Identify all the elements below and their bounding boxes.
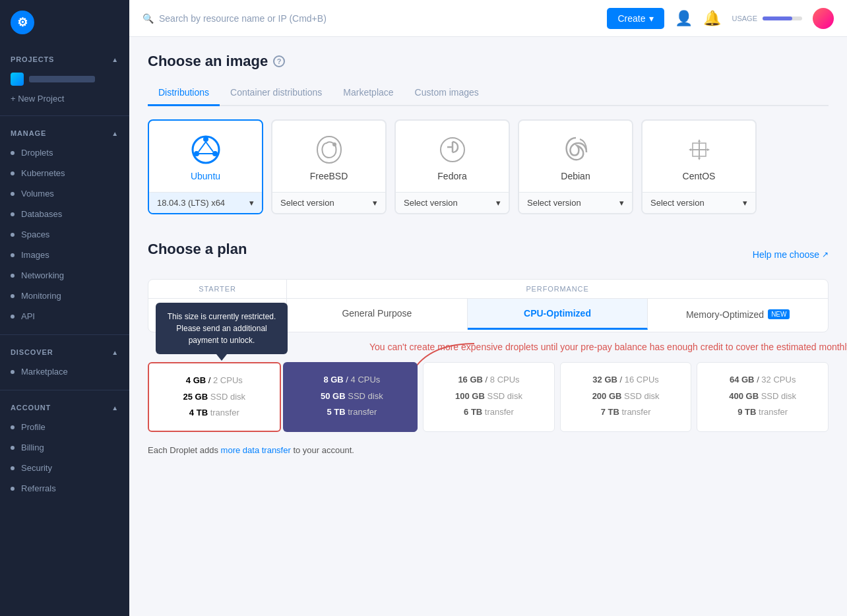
sidebar-item-networking[interactable]: Networking — [0, 265, 129, 286]
cpu-optimized-tab[interactable]: CPU-Optimized — [468, 299, 648, 330]
card2-transfer-label: transfer — [348, 407, 377, 417]
project-row[interactable] — [0, 69, 129, 90]
pricing-card-3[interactable]: 16 GB / 8 CPUs 100 GB SSD disk 6 TB tran… — [423, 362, 555, 432]
databases-dot-icon — [11, 212, 15, 216]
svg-point-2 — [194, 151, 199, 156]
ubuntu-version-area[interactable]: 18.04.3 (LTS) x64 ▾ — [149, 192, 262, 213]
card3-cpu: 8 CPUs — [490, 375, 520, 385]
notification-icon[interactable]: 🔔 — [703, 10, 721, 27]
memory-optimized-label: Memory-Optimized — [686, 309, 764, 320]
search-icon: 🔍 — [142, 13, 154, 24]
pricing-card-2[interactable]: 8 GB / 4 CPUs 50 GB SSD disk 5 TB transf… — [286, 362, 418, 432]
manage-chevron-icon: ▲ — [111, 130, 119, 137]
card4-disk-type: SSD disk — [624, 391, 659, 401]
image-card-ubuntu-top: Ubuntu — [149, 121, 262, 192]
sidebar-item-label: Security — [21, 463, 52, 473]
pricing-card-4[interactable]: 32 GB / 16 CPUs 200 GB SSD disk 7 TB tra… — [560, 362, 692, 432]
warning-message: You can't create more expensive droplets… — [280, 340, 847, 354]
choose-image-help-icon[interactable]: ? — [273, 55, 285, 67]
card1-disk-type: SSD disk — [210, 392, 245, 402]
image-card-ubuntu[interactable]: Ubuntu 18.04.3 (LTS) x64 ▾ — [148, 119, 263, 214]
debian-version-area[interactable]: Select version ▾ — [519, 192, 632, 213]
image-card-debian[interactable]: Debian Select version ▾ — [518, 119, 633, 214]
card5-transfer-label: transfer — [759, 407, 788, 417]
project-icon — [11, 73, 24, 86]
image-card-centos[interactable]: CentOS Select version ▾ — [641, 119, 757, 214]
image-card-freebsd[interactable]: FreeBSD Select version ▾ — [271, 119, 387, 214]
spaces-dot-icon — [11, 233, 15, 237]
memory-optimized-tab[interactable]: Memory-Optimized NEW — [648, 299, 828, 330]
discover-label: DISCOVER — [11, 348, 53, 356]
card2-disk: 50 GB — [321, 391, 346, 401]
card4-transfer: 7 TB — [601, 407, 619, 417]
manage-section-header: MANAGE ▲ — [0, 124, 129, 142]
image-card-fedora[interactable]: Fedora Select version ▾ — [394, 119, 510, 214]
centos-name: CentOS — [683, 171, 716, 181]
new-project-button[interactable]: + New Project — [0, 90, 129, 108]
freebsd-version-area[interactable]: Select version ▾ — [272, 192, 385, 213]
help-me-choose-link[interactable]: Help me choose ↗ — [753, 249, 829, 260]
sidebar-item-label: Referrals — [21, 483, 56, 493]
pricing-card-5[interactable]: 64 GB / 32 CPUs 400 GB SSD disk 9 TB tra… — [697, 362, 829, 432]
sidebar-item-api[interactable]: API — [0, 306, 129, 326]
tab-marketplace[interactable]: Marketplace — [332, 80, 404, 106]
search-placeholder[interactable]: Search by resource name or IP (Cmd+B) — [159, 13, 327, 24]
sidebar-item-billing[interactable]: Billing — [0, 437, 129, 458]
sidebar-item-kubernetes[interactable]: Kubernetes — [0, 163, 129, 183]
api-dot-icon — [11, 315, 15, 319]
sidebar-item-databases[interactable]: Databases — [0, 204, 129, 224]
sidebar-item-security[interactable]: Security — [0, 458, 129, 478]
centos-chevron-icon: ▾ — [743, 198, 747, 208]
avatar[interactable] — [813, 8, 834, 29]
tab-distributions[interactable]: Distributions — [148, 80, 220, 106]
create-label: Create — [617, 13, 645, 24]
data-transfer-link[interactable]: more data transfer — [221, 445, 291, 455]
svg-rect-9 — [693, 143, 699, 150]
card3-disk: 100 GB — [455, 391, 485, 401]
sidebar-item-label: Volumes — [21, 189, 54, 199]
sidebar-item-label: Networking — [21, 270, 64, 280]
card3-transfer: 6 TB — [464, 407, 482, 417]
marketplace-dot-icon — [11, 370, 15, 374]
create-button[interactable]: Create ▾ — [607, 8, 664, 29]
starter-label: STARTER — [148, 280, 286, 299]
sidebar-item-label: Monitoring — [21, 291, 61, 301]
sidebar-item-label: Droplets — [21, 148, 53, 158]
svg-point-1 — [203, 137, 208, 142]
sidebar-item-droplets[interactable]: Droplets — [0, 142, 129, 163]
usage-bar — [763, 16, 802, 20]
card1-transfer: 4 TB — [189, 408, 208, 417]
sidebar-item-label: Kubernetes — [21, 168, 65, 178]
debian-name: Debian — [561, 171, 590, 181]
sidebar-logo[interactable]: ⚙ — [0, 0, 129, 45]
tab-container-distributions[interactable]: Container distributions — [220, 80, 332, 106]
tab-container-label: Container distributions — [230, 87, 322, 98]
pricing-card-1[interactable]: 4 GB / 2 CPUs 25 GB SSD disk 4 TB transf… — [148, 362, 281, 432]
new-project-label: + New Project — [11, 94, 64, 104]
sidebar-item-spaces[interactable]: Spaces — [0, 224, 129, 245]
create-chevron-icon: ▾ — [649, 13, 654, 24]
user-icon[interactable]: 👤 — [675, 10, 693, 27]
account-chevron-icon: ▲ — [111, 404, 119, 412]
sidebar-item-profile[interactable]: Profile — [0, 417, 129, 437]
sidebar-item-images[interactable]: Images — [0, 245, 129, 265]
sidebar-item-monitoring[interactable]: Monitoring — [0, 286, 129, 306]
sidebar-item-volumes[interactable]: Volumes — [0, 183, 129, 204]
card2-cpu: 4 CPUs — [351, 375, 381, 385]
image-card-centos-top: CentOS — [643, 121, 755, 192]
page-content: Choose an image ? Distributions Containe… — [129, 37, 847, 616]
card1-transfer-label: transfer — [210, 408, 239, 417]
fedora-version-area[interactable]: Select version ▾ — [396, 192, 509, 213]
svg-marker-20 — [707, 148, 710, 151]
pricing-card-4-specs: 32 GB / 16 CPUs 200 GB SSD disk 7 TB tra… — [566, 372, 686, 421]
pricing-cards-wrapper: This size is currently restricted. Pleas… — [148, 362, 829, 432]
sidebar-item-marketplace[interactable]: Marketplace — [0, 361, 129, 382]
general-purpose-tab[interactable]: General Purpose — [287, 299, 468, 330]
svg-line-5 — [206, 142, 213, 152]
sidebar-item-referrals[interactable]: Referrals — [0, 478, 129, 499]
centos-version-area[interactable]: Select version ▾ — [643, 192, 755, 213]
projects-chevron-icon: ▲ — [111, 56, 119, 63]
restricted-tooltip: This size is currently restricted. Pleas… — [156, 303, 288, 354]
tab-custom-images[interactable]: Custom images — [404, 80, 489, 106]
card1-gb: 4 GB — [186, 375, 206, 385]
